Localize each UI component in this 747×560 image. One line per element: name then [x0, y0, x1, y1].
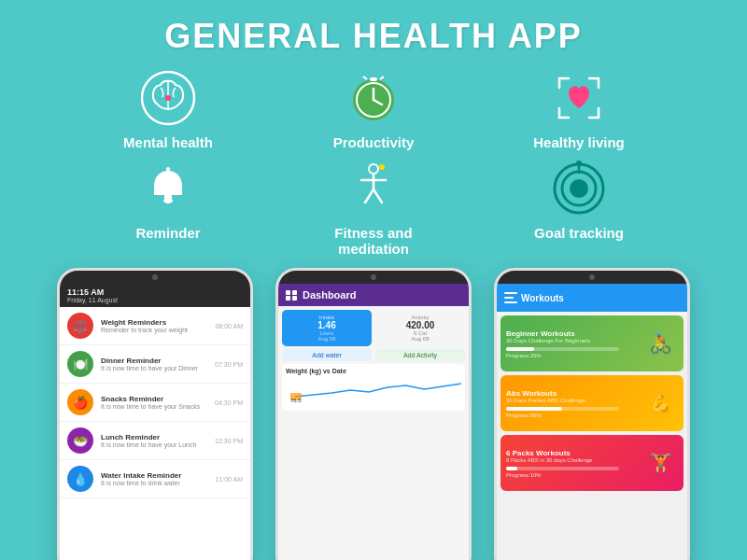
- workout-progress-fill: [506, 407, 562, 411]
- svg-rect-31: [504, 301, 517, 303]
- reminder-text-block: Snacks Reminder It is now time to have y…: [101, 395, 207, 410]
- target-icon: [546, 156, 612, 221]
- svg-rect-24: [292, 290, 297, 295]
- svg-point-17: [379, 164, 385, 170]
- phone1-screen: 11:15 AM Friday, 11 August ⚖️ Weight Rem…: [60, 284, 250, 560]
- reminder-time: 07:30 PM: [215, 361, 243, 368]
- reminder-text-block: Lunch Reminder It is now time to have yo…: [101, 433, 207, 448]
- workout-info: Beginner Workouts 30 Days Challenge For …: [500, 324, 637, 364]
- reminder-list: ⚖️ Weight Reminders Reminder to track yo…: [60, 307, 250, 560]
- workout-progress-fill: [506, 347, 534, 351]
- reminder-avatar: 🍽️: [67, 351, 93, 377]
- svg-point-22: [576, 161, 582, 166]
- workout-sub: 6 Packs ABS in 30 days Challenge: [506, 457, 631, 463]
- reminder-title: Lunch Reminder: [101, 433, 207, 441]
- clock-icon: [341, 65, 406, 131]
- features-row-2: Reminder Fitness and meditation: [93, 156, 654, 257]
- reminder-text-block: Water Intake Reminder It is now time to …: [101, 471, 207, 486]
- phone3-camera: [589, 274, 595, 280]
- phone2-camera: [371, 274, 376, 280]
- phone1-camera: [152, 274, 158, 280]
- page-title: GENERAL HEALTH APP: [0, 17, 747, 56]
- reminder-text-block: Dinner Reminder It is now time to have y…: [101, 357, 207, 371]
- feature-productivity-label: Productivity: [333, 134, 415, 150]
- feature-fitness-label: Fitness and meditation: [299, 225, 448, 257]
- svg-rect-23: [286, 290, 290, 295]
- phone2-notch: [278, 271, 469, 284]
- page-header: GENERAL HEALTH APP: [0, 0, 747, 65]
- workout-sub: 30 Days Perfect ABS Challenge: [506, 398, 631, 403]
- workout-progress-label: Progress:25%: [506, 353, 631, 358]
- weight-chart-container: Weight (kg) vs Date 76.5: [282, 364, 465, 411]
- figure-icon: [341, 156, 406, 221]
- feature-mental-health-label: Mental health: [123, 134, 213, 150]
- workout-progress-label: Progress:10%: [506, 472, 631, 478]
- feature-fitness: Fitness and meditation: [299, 156, 448, 257]
- phone3-header: Workouts: [497, 284, 687, 312]
- reminder-item: 💧 Water Intake Reminder It is now time t…: [60, 460, 250, 498]
- reminder-avatar: ⚖️: [67, 313, 93, 339]
- reminder-subtitle: It is now time to have your Lunch: [101, 441, 207, 448]
- reminder-title: Dinner Reminder: [101, 357, 207, 365]
- reminder-item: 🍽️ Dinner Reminder It is now time to hav…: [60, 345, 250, 384]
- reminder-title: Snacks Reminder: [101, 395, 207, 403]
- reminder-subtitle: Reminder to track your weight: [101, 327, 207, 333]
- reminder-item: 🥗 Lunch Reminder It is now time to have …: [60, 422, 250, 460]
- workout-item: Abs Workouts 30 Days Perfect ABS Challen…: [500, 375, 684, 431]
- phone-workouts: Workouts Beginner Workouts 30 Days Chall…: [494, 268, 690, 560]
- svg-rect-25: [286, 296, 290, 301]
- workout-list: Beginner Workouts 30 Days Challenge For …: [497, 315, 687, 560]
- phone3-notch: [497, 271, 687, 284]
- svg-rect-11: [166, 167, 170, 172]
- reminder-item: ⚖️ Weight Reminders Reminder to track yo…: [60, 307, 250, 345]
- feature-healthy-living-label: Healthy living: [533, 134, 625, 150]
- workout-progress-label: Progress:50%: [506, 413, 631, 418]
- reminder-avatar: 🥗: [67, 427, 93, 454]
- reminder-title: Weight Reminders: [101, 318, 207, 327]
- bell-icon: [135, 156, 201, 221]
- reminder-time: 08:00 AM: [215, 323, 243, 329]
- phone-dashboard: Dashboard Intake 1.46 Liters Aug 08 Acti…: [275, 268, 472, 560]
- phone1-statusbar: 11:15 AM Friday, 11 August: [60, 284, 250, 307]
- phone1-notch: [60, 271, 250, 284]
- workout-progress-bar: [506, 407, 619, 411]
- feature-productivity: Productivity: [299, 65, 448, 150]
- workout-name: 6 Packs Workouts: [506, 449, 631, 457]
- workout-sub: 30 Days Challenge For Beginners: [506, 338, 631, 343]
- reminder-time: 04:30 PM: [215, 399, 243, 406]
- svg-rect-30: [504, 297, 514, 299]
- reminder-subtitle: It is now time to have your Snacks: [101, 403, 207, 410]
- workout-item: 6 Packs Workouts 6 Packs ABS in 30 days …: [500, 435, 684, 491]
- phone2-header: Dashboard: [278, 284, 469, 306]
- phone3-title: Workouts: [521, 293, 564, 303]
- feature-goal-tracking-label: Goal tracking: [534, 225, 624, 241]
- svg-line-16: [374, 189, 382, 203]
- feature-goal-tracking: Goal tracking: [504, 156, 654, 257]
- feature-mental-health: Mental health: [93, 65, 243, 150]
- svg-rect-29: [504, 292, 517, 294]
- features-section: Mental health Productivity: [0, 65, 747, 262]
- reminder-time: 12:30 PM: [215, 438, 243, 444]
- phone-reminders: 11:15 AM Friday, 11 August ⚖️ Weight Rem…: [57, 268, 253, 560]
- features-row-1: Mental health Productivity: [93, 65, 654, 150]
- add-water-btn[interactable]: Add water: [282, 349, 372, 361]
- phone3-screen: Workouts Beginner Workouts 30 Days Chall…: [497, 284, 687, 560]
- phone2-body: Intake 1.46 Liters Aug 08 Activity 420.0…: [278, 306, 469, 414]
- heart-scan-icon: [546, 65, 612, 131]
- workout-emoji: 💪: [637, 375, 684, 431]
- reminder-avatar: 🍎: [67, 389, 93, 415]
- workout-progress-fill: [506, 467, 517, 470]
- workout-item: Beginner Workouts 30 Days Challenge For …: [500, 315, 684, 371]
- svg-point-12: [369, 164, 378, 174]
- reminder-time: 11:00 AM: [215, 476, 243, 483]
- reminder-item: 🍎 Snacks Reminder It is now time to have…: [60, 384, 250, 422]
- reminder-text-block: Weight Reminders Reminder to track your …: [101, 318, 207, 333]
- activity-date: Aug 08: [380, 336, 460, 342]
- add-activity-btn[interactable]: Add Activity: [375, 349, 465, 361]
- weight-chart-title: Weight (kg) vs Date: [286, 368, 461, 374]
- reminder-subtitle: It is now time to have your Dinner: [101, 365, 207, 371]
- svg-point-10: [163, 198, 173, 203]
- workout-emoji: 🚴: [637, 315, 684, 371]
- workout-progress-bar: [506, 467, 619, 470]
- phones-section: 11:15 AM Friday, 11 August ⚖️ Weight Rem…: [0, 262, 747, 560]
